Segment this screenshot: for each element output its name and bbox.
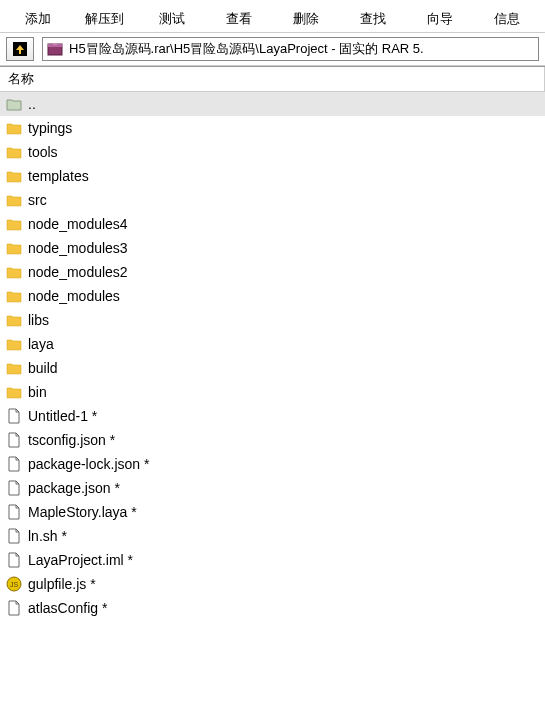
js-file-icon: JS <box>6 576 22 592</box>
file-row[interactable]: tsconfig.json * <box>0 428 545 452</box>
path-text: H5冒险岛源码.rar\H5冒险岛源码\LayaProject - 固实的 RA… <box>69 40 424 58</box>
file-name: src <box>28 192 47 208</box>
nav-up-button[interactable] <box>6 37 34 61</box>
toolbar-label: 查看 <box>226 10 252 28</box>
delete-icon <box>290 0 322 8</box>
folder-icon <box>6 288 22 304</box>
toolbar-view-button[interactable]: 查看 <box>205 0 272 32</box>
file-icon <box>6 456 22 472</box>
toolbar-info-button[interactable]: 信息 <box>474 0 541 32</box>
file-icon <box>6 552 22 568</box>
file-icon <box>6 480 22 496</box>
file-row[interactable]: src <box>0 188 545 212</box>
file-icon <box>6 408 22 424</box>
file-row[interactable]: MapleStory.laya * <box>0 500 545 524</box>
file-row[interactable]: templates <box>0 164 545 188</box>
file-row[interactable]: Untitled-1 * <box>0 404 545 428</box>
main-toolbar: 添加解压到测试查看删除查找向导信息 <box>0 0 545 32</box>
file-name: node_modules4 <box>28 216 128 232</box>
view-icon <box>223 0 255 8</box>
file-row[interactable]: bin <box>0 380 545 404</box>
file-name: LayaProject.iml * <box>28 552 133 568</box>
folder-icon <box>6 360 22 376</box>
toolbar-delete-button[interactable]: 删除 <box>273 0 340 32</box>
file-row[interactable]: LayaProject.iml * <box>0 548 545 572</box>
wizard-icon <box>424 0 456 8</box>
file-name: atlasConfig * <box>28 600 107 616</box>
folder-icon <box>6 168 22 184</box>
file-name: package-lock.json * <box>28 456 149 472</box>
extract-icon <box>89 0 121 8</box>
file-name: Untitled-1 * <box>28 408 97 424</box>
archive-icon <box>47 41 63 57</box>
toolbar-find-button[interactable]: 查找 <box>340 0 407 32</box>
file-name: tools <box>28 144 58 160</box>
file-row[interactable]: tools <box>0 140 545 164</box>
folder-up-icon <box>6 96 22 112</box>
file-row[interactable]: node_modules3 <box>0 236 545 260</box>
file-icon <box>6 432 22 448</box>
file-icon <box>6 600 22 616</box>
file-row[interactable]: .. <box>0 92 545 116</box>
file-name: bin <box>28 384 47 400</box>
folder-icon <box>6 216 22 232</box>
file-row[interactable]: JSgulpfile.js * <box>0 572 545 596</box>
toolbar-wizard-button[interactable]: 向导 <box>407 0 474 32</box>
file-row[interactable]: node_modules4 <box>0 212 545 236</box>
file-name: node_modules2 <box>28 264 128 280</box>
toolbar-label: 解压到 <box>85 10 124 28</box>
file-name: templates <box>28 168 89 184</box>
folder-icon <box>6 264 22 280</box>
file-icon <box>6 528 22 544</box>
info-icon <box>491 0 523 8</box>
toolbar-test-button[interactable]: 测试 <box>138 0 205 32</box>
file-name: ln.sh * <box>28 528 67 544</box>
file-name: build <box>28 360 58 376</box>
test-icon <box>156 0 188 8</box>
file-name: typings <box>28 120 72 136</box>
path-input[interactable]: H5冒险岛源码.rar\H5冒险岛源码\LayaProject - 固实的 RA… <box>42 37 539 61</box>
file-name: libs <box>28 312 49 328</box>
file-row[interactable]: laya <box>0 332 545 356</box>
file-name: node_modules <box>28 288 120 304</box>
folder-icon <box>6 312 22 328</box>
find-icon <box>357 0 389 8</box>
file-row[interactable]: typings <box>0 116 545 140</box>
file-row[interactable]: package-lock.json * <box>0 452 545 476</box>
file-row[interactable]: node_modules <box>0 284 545 308</box>
toolbar-label: 查找 <box>360 10 386 28</box>
folder-icon <box>6 144 22 160</box>
svg-text:JS: JS <box>10 581 19 588</box>
toolbar-extract-button[interactable]: 解压到 <box>71 0 138 32</box>
toolbar-label: 删除 <box>293 10 319 28</box>
toolbar-add-button[interactable]: 添加 <box>4 0 71 32</box>
file-name: laya <box>28 336 54 352</box>
add-icon <box>22 0 54 8</box>
folder-icon <box>6 336 22 352</box>
toolbar-label: 测试 <box>159 10 185 28</box>
file-name: package.json * <box>28 480 120 496</box>
folder-icon <box>6 384 22 400</box>
folder-icon <box>6 192 22 208</box>
folder-icon <box>6 240 22 256</box>
svg-rect-3 <box>53 43 57 45</box>
file-icon <box>6 504 22 520</box>
file-row[interactable]: atlasConfig * <box>0 596 545 620</box>
folder-icon <box>6 120 22 136</box>
column-header-name[interactable]: 名称 <box>0 67 545 92</box>
file-row[interactable]: node_modules2 <box>0 260 545 284</box>
file-row[interactable]: build <box>0 356 545 380</box>
file-name: MapleStory.laya * <box>28 504 137 520</box>
file-row[interactable]: package.json * <box>0 476 545 500</box>
toolbar-label: 向导 <box>427 10 453 28</box>
path-bar: H5冒险岛源码.rar\H5冒险岛源码\LayaProject - 固实的 RA… <box>0 32 545 66</box>
file-name: .. <box>28 96 36 112</box>
toolbar-label: 信息 <box>494 10 520 28</box>
toolbar-label: 添加 <box>25 10 51 28</box>
file-row[interactable]: libs <box>0 308 545 332</box>
file-row[interactable]: ln.sh * <box>0 524 545 548</box>
file-list: 名称 ..typingstoolstemplatessrcnode_module… <box>0 66 545 620</box>
file-name: gulpfile.js * <box>28 576 96 592</box>
file-name: tsconfig.json * <box>28 432 115 448</box>
file-name: node_modules3 <box>28 240 128 256</box>
